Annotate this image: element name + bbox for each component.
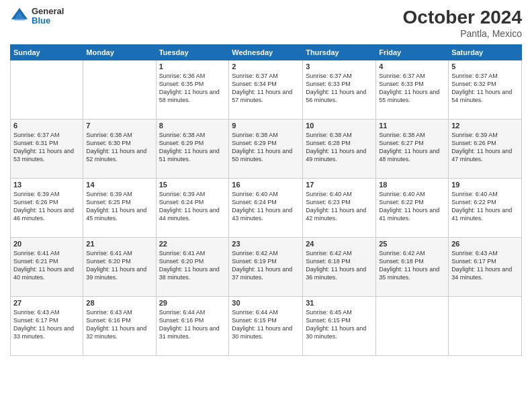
week-row-1: 1Sunrise: 6:36 AM Sunset: 6:35 PM Daylig… bbox=[11, 60, 522, 120]
day-number: 31 bbox=[306, 299, 373, 307]
week-row-3: 13Sunrise: 6:39 AM Sunset: 6:26 PM Dayli… bbox=[11, 179, 522, 238]
day-info: Sunrise: 6:43 AM Sunset: 6:16 PM Dayligh… bbox=[86, 308, 152, 341]
calendar-cell: 18Sunrise: 6:40 AM Sunset: 6:22 PM Dayli… bbox=[376, 179, 449, 238]
day-info: Sunrise: 6:45 AM Sunset: 6:15 PM Dayligh… bbox=[306, 308, 373, 341]
day-info: Sunrise: 6:37 AM Sunset: 6:31 PM Dayligh… bbox=[13, 131, 80, 164]
calendar-cell: 11Sunrise: 6:38 AM Sunset: 6:27 PM Dayli… bbox=[376, 120, 449, 179]
day-info: Sunrise: 6:38 AM Sunset: 6:27 PM Dayligh… bbox=[379, 131, 445, 164]
day-info: Sunrise: 6:42 AM Sunset: 6:19 PM Dayligh… bbox=[232, 249, 300, 282]
day-info: Sunrise: 6:37 AM Sunset: 6:34 PM Dayligh… bbox=[232, 72, 300, 105]
header: General Blue October 2024 Pantla, Mexico bbox=[10, 7, 522, 39]
week-row-4: 20Sunrise: 6:41 AM Sunset: 6:21 PM Dayli… bbox=[11, 238, 522, 297]
month-title: October 2024 bbox=[403, 7, 522, 28]
logo-text: General Blue bbox=[32, 7, 64, 26]
day-number: 29 bbox=[159, 299, 226, 307]
title-section: October 2024 Pantla, Mexico bbox=[403, 7, 522, 39]
calendar-cell: 7Sunrise: 6:38 AM Sunset: 6:30 PM Daylig… bbox=[83, 120, 156, 179]
day-number: 11 bbox=[379, 122, 445, 130]
calendar-cell: 31Sunrise: 6:45 AM Sunset: 6:15 PM Dayli… bbox=[303, 297, 376, 356]
calendar-cell: 4Sunrise: 6:37 AM Sunset: 6:33 PM Daylig… bbox=[376, 60, 449, 120]
day-number: 24 bbox=[306, 240, 373, 248]
calendar-cell: 14Sunrise: 6:39 AM Sunset: 6:25 PM Dayli… bbox=[83, 179, 156, 238]
day-number: 9 bbox=[232, 122, 300, 130]
calendar-cell: 25Sunrise: 6:42 AM Sunset: 6:18 PM Dayli… bbox=[376, 238, 449, 297]
day-info: Sunrise: 6:40 AM Sunset: 6:22 PM Dayligh… bbox=[379, 190, 445, 223]
logo: General Blue bbox=[10, 7, 64, 26]
day-number: 13 bbox=[13, 181, 80, 189]
day-number: 30 bbox=[232, 299, 300, 307]
day-info: Sunrise: 6:37 AM Sunset: 6:32 PM Dayligh… bbox=[451, 72, 519, 105]
day-number: 28 bbox=[86, 299, 152, 307]
day-number: 25 bbox=[379, 240, 445, 248]
day-number: 21 bbox=[86, 240, 152, 248]
calendar-cell: 26Sunrise: 6:43 AM Sunset: 6:17 PM Dayli… bbox=[449, 238, 522, 297]
day-info: Sunrise: 6:44 AM Sunset: 6:15 PM Dayligh… bbox=[232, 308, 300, 341]
day-info: Sunrise: 6:38 AM Sunset: 6:29 PM Dayligh… bbox=[232, 131, 300, 164]
day-info: Sunrise: 6:41 AM Sunset: 6:20 PM Dayligh… bbox=[159, 249, 226, 282]
calendar-cell: 23Sunrise: 6:42 AM Sunset: 6:19 PM Dayli… bbox=[229, 238, 303, 297]
calendar-cell: 16Sunrise: 6:40 AM Sunset: 6:24 PM Dayli… bbox=[229, 179, 303, 238]
calendar-cell: 12Sunrise: 6:39 AM Sunset: 6:26 PM Dayli… bbox=[449, 120, 522, 179]
calendar-cell: 19Sunrise: 6:40 AM Sunset: 6:22 PM Dayli… bbox=[449, 179, 522, 238]
day-number: 23 bbox=[232, 240, 300, 248]
day-number: 5 bbox=[451, 62, 519, 71]
col-header-sunday: Sunday bbox=[11, 45, 83, 60]
calendar-cell: 9Sunrise: 6:38 AM Sunset: 6:29 PM Daylig… bbox=[229, 120, 303, 179]
col-header-saturday: Saturday bbox=[449, 45, 522, 60]
logo-blue: Blue bbox=[32, 16, 64, 26]
day-number: 3 bbox=[306, 62, 373, 71]
day-number: 2 bbox=[232, 62, 300, 71]
week-row-5: 27Sunrise: 6:43 AM Sunset: 6:17 PM Dayli… bbox=[11, 297, 522, 356]
day-info: Sunrise: 6:42 AM Sunset: 6:18 PM Dayligh… bbox=[379, 249, 445, 282]
calendar-cell: 22Sunrise: 6:41 AM Sunset: 6:20 PM Dayli… bbox=[156, 238, 229, 297]
col-header-wednesday: Wednesday bbox=[229, 45, 303, 60]
day-number: 14 bbox=[86, 181, 152, 189]
col-header-friday: Friday bbox=[376, 45, 449, 60]
day-info: Sunrise: 6:41 AM Sunset: 6:20 PM Dayligh… bbox=[86, 249, 152, 282]
col-header-thursday: Thursday bbox=[303, 45, 376, 60]
subtitle: Pantla, Mexico bbox=[403, 28, 522, 39]
calendar-cell: 15Sunrise: 6:39 AM Sunset: 6:24 PM Dayli… bbox=[156, 179, 229, 238]
day-number: 1 bbox=[159, 62, 226, 71]
day-info: Sunrise: 6:39 AM Sunset: 6:24 PM Dayligh… bbox=[159, 190, 226, 223]
col-header-monday: Monday bbox=[83, 45, 156, 60]
day-number: 27 bbox=[13, 299, 80, 307]
day-number: 4 bbox=[379, 62, 445, 71]
day-number: 6 bbox=[13, 122, 80, 130]
calendar-cell: 6Sunrise: 6:37 AM Sunset: 6:31 PM Daylig… bbox=[11, 120, 83, 179]
logo-icon bbox=[10, 7, 29, 26]
calendar-cell: 20Sunrise: 6:41 AM Sunset: 6:21 PM Dayli… bbox=[11, 238, 83, 297]
day-number: 22 bbox=[159, 240, 226, 248]
day-info: Sunrise: 6:38 AM Sunset: 6:30 PM Dayligh… bbox=[86, 131, 152, 164]
day-number: 26 bbox=[451, 240, 519, 248]
calendar-cell bbox=[83, 60, 156, 120]
page: General Blue October 2024 Pantla, Mexico… bbox=[0, 0, 532, 411]
day-info: Sunrise: 6:42 AM Sunset: 6:18 PM Dayligh… bbox=[306, 249, 373, 282]
day-info: Sunrise: 6:39 AM Sunset: 6:26 PM Dayligh… bbox=[451, 131, 519, 164]
day-info: Sunrise: 6:40 AM Sunset: 6:23 PM Dayligh… bbox=[306, 190, 373, 223]
day-info: Sunrise: 6:37 AM Sunset: 6:33 PM Dayligh… bbox=[379, 72, 445, 105]
day-number: 15 bbox=[159, 181, 226, 189]
col-header-tuesday: Tuesday bbox=[156, 45, 229, 60]
day-info: Sunrise: 6:44 AM Sunset: 6:16 PM Dayligh… bbox=[159, 308, 226, 341]
day-info: Sunrise: 6:39 AM Sunset: 6:25 PM Dayligh… bbox=[86, 190, 152, 223]
calendar-table: SundayMondayTuesdayWednesdayThursdayFrid… bbox=[10, 44, 522, 356]
day-info: Sunrise: 6:39 AM Sunset: 6:26 PM Dayligh… bbox=[13, 190, 80, 223]
logo-general: General bbox=[32, 7, 64, 16]
calendar-cell: 1Sunrise: 6:36 AM Sunset: 6:35 PM Daylig… bbox=[156, 60, 229, 120]
calendar-cell: 2Sunrise: 6:37 AM Sunset: 6:34 PM Daylig… bbox=[229, 60, 303, 120]
day-info: Sunrise: 6:43 AM Sunset: 6:17 PM Dayligh… bbox=[451, 249, 519, 282]
calendar-cell: 30Sunrise: 6:44 AM Sunset: 6:15 PM Dayli… bbox=[229, 297, 303, 356]
day-info: Sunrise: 6:36 AM Sunset: 6:35 PM Dayligh… bbox=[159, 72, 226, 105]
calendar-cell: 10Sunrise: 6:38 AM Sunset: 6:28 PM Dayli… bbox=[303, 120, 376, 179]
day-number: 20 bbox=[13, 240, 80, 248]
header-row: SundayMondayTuesdayWednesdayThursdayFrid… bbox=[11, 45, 522, 60]
day-info: Sunrise: 6:43 AM Sunset: 6:17 PM Dayligh… bbox=[13, 308, 80, 341]
day-number: 19 bbox=[451, 181, 519, 189]
calendar-cell: 17Sunrise: 6:40 AM Sunset: 6:23 PM Dayli… bbox=[303, 179, 376, 238]
calendar-cell: 28Sunrise: 6:43 AM Sunset: 6:16 PM Dayli… bbox=[83, 297, 156, 356]
week-row-2: 6Sunrise: 6:37 AM Sunset: 6:31 PM Daylig… bbox=[11, 120, 522, 179]
day-info: Sunrise: 6:40 AM Sunset: 6:24 PM Dayligh… bbox=[232, 190, 300, 223]
day-info: Sunrise: 6:40 AM Sunset: 6:22 PM Dayligh… bbox=[451, 190, 519, 223]
calendar-cell: 8Sunrise: 6:38 AM Sunset: 6:29 PM Daylig… bbox=[156, 120, 229, 179]
